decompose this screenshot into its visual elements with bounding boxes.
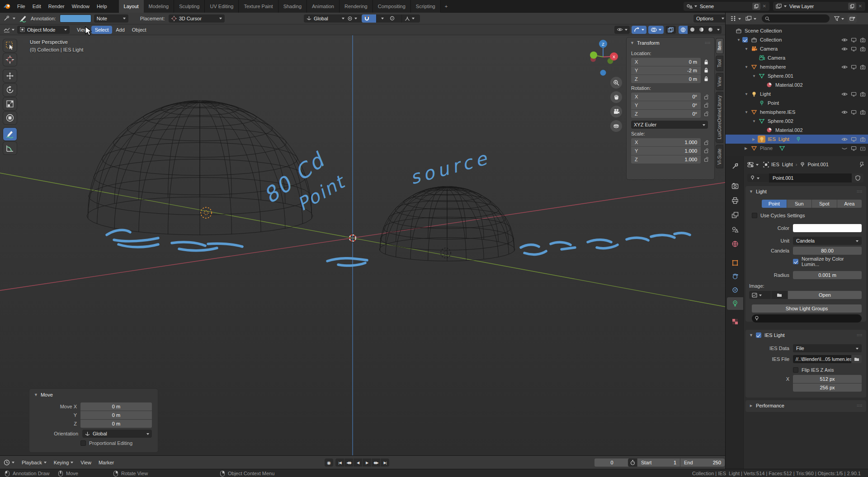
eye-icon[interactable] [841, 137, 848, 142]
outliner-row-sphere-001[interactable]: ▼Sphere.001 [726, 71, 868, 80]
timeline-menu-keying[interactable]: Keying [50, 460, 77, 465]
shading-wireframe-button[interactable] [679, 26, 688, 34]
tool-measure-button[interactable] [3, 142, 17, 154]
outliner-row-material-002[interactable]: Material.002 [726, 126, 868, 135]
properties-tab-physics[interactable] [727, 270, 743, 283]
xray-toggle[interactable] [665, 26, 676, 34]
menu-window[interactable]: Window [68, 4, 93, 9]
camera-render-icon[interactable] [860, 92, 866, 97]
transform-location-z[interactable]: Z0 m [631, 75, 701, 83]
panel-grip[interactable]: ∷∷ [857, 190, 863, 194]
breadcrumb-object[interactable]: IES Light [771, 162, 793, 167]
properties-tab-world[interactable] [727, 238, 743, 250]
orientation-dropdown[interactable]: Global [304, 14, 347, 23]
workspace-tab-scripting[interactable]: Scripting [411, 0, 441, 13]
monitor-icon[interactable] [851, 65, 857, 70]
collapse-triangle-icon[interactable]: ▼ [630, 41, 634, 45]
workspace-tab-texture-paint[interactable]: Texture Paint [239, 0, 278, 13]
tool-transform-button[interactable] [3, 112, 17, 124]
frame-end-field[interactable]: End250 [680, 458, 725, 467]
jump-to-end-button[interactable]: ▶| [381, 458, 389, 467]
properties-tab-view-layer[interactable] [727, 209, 743, 221]
monitor-icon[interactable] [851, 47, 857, 51]
open-image-button[interactable]: Open [788, 291, 862, 299]
camera-render-icon[interactable] [860, 110, 866, 115]
image-browser-button[interactable] [749, 291, 771, 299]
timeline-menu-view[interactable]: View [77, 460, 95, 465]
outliner-row-ies-light[interactable]: ▶IES Light [726, 135, 868, 144]
properties-tab-data[interactable] [727, 297, 743, 310]
disclosure-down-icon[interactable]: ▼ [745, 65, 750, 69]
eye-icon[interactable] [841, 110, 848, 115]
monitor-icon[interactable] [851, 110, 857, 115]
properties-tab-output[interactable] [727, 194, 743, 207]
menu-edit[interactable]: Edit [29, 4, 45, 9]
transform-scale-x[interactable]: X1.000 [631, 138, 701, 146]
play-reverse-button[interactable]: ◀ [354, 458, 362, 467]
sidebar-tab-vi-suite[interactable]: VI-Suite [716, 145, 723, 168]
proportional-falloff-dropdown[interactable] [401, 14, 420, 23]
eye-icon[interactable] [841, 47, 848, 51]
placement-dropdown[interactable]: 3D Cursor [169, 14, 225, 23]
tool-rotate-button[interactable] [3, 84, 17, 96]
timeline-menu-marker[interactable]: Marker [95, 460, 118, 465]
disclosure-right-icon[interactable]: ▶ [752, 137, 758, 141]
workspace-tab-shading[interactable]: Shading [278, 0, 307, 13]
light-type-point-button[interactable]: Point [762, 200, 787, 208]
add-workspace-button[interactable]: + [441, 4, 452, 9]
breadcrumb-data[interactable]: Point.001 [807, 162, 828, 167]
outliner-row-plane[interactable]: ▶Plane [726, 144, 868, 153]
pivot-point-dropdown[interactable] [344, 14, 363, 23]
collection-checkbox[interactable] [742, 37, 748, 42]
tool-move-button[interactable] [3, 70, 17, 82]
gizmos-toggle[interactable] [632, 26, 646, 34]
outliner-search-input[interactable] [770, 15, 821, 22]
eye-icon[interactable] [841, 92, 848, 97]
eye-icon[interactable] [841, 65, 848, 70]
tool-select-box-button[interactable] [3, 39, 17, 52]
copy-view-layer-button[interactable] [848, 3, 856, 10]
outliner-search[interactable] [762, 14, 830, 23]
viewport-menu-object[interactable]: Object [128, 26, 150, 34]
remove-view-layer-button[interactable]: ✕ [856, 4, 864, 9]
expand-triangle-icon[interactable]: ► [749, 403, 753, 408]
move-move-x-field[interactable]: 0 m [80, 402, 152, 411]
menu-help[interactable]: Help [93, 4, 111, 9]
properties-tab-object[interactable] [727, 257, 743, 269]
sidebar-tab-luxcoreonlinelibrary[interactable]: LuxCoreOnlineLibrary [716, 92, 723, 143]
outliner-row-hemisphere-ies[interactable]: ▼hemisphere.IES [726, 108, 868, 117]
play-button[interactable]: ▶ [363, 458, 371, 467]
disclosure-down-icon[interactable]: ▼ [745, 47, 750, 51]
flip-ies-checkbox[interactable] [793, 367, 798, 373]
timeline-editor-chooser[interactable] [4, 459, 14, 466]
transform-rotation-x[interactable]: X0° [631, 93, 701, 101]
collapse-triangle-icon[interactable]: ▼ [749, 333, 753, 337]
view-layer-name[interactable]: View Layer [789, 4, 847, 9]
scene-name[interactable]: Scene [700, 4, 751, 9]
id-name-field[interactable]: Point.001 [769, 173, 852, 182]
copy-scene-button[interactable] [752, 3, 760, 10]
viewport-menu-select[interactable]: Select [91, 26, 113, 34]
proportional-editing-checkbox[interactable] [80, 440, 86, 446]
workspace-tab-animation[interactable]: Animation [307, 0, 340, 13]
outliner-row-hemisphere[interactable]: ▼hemisphere [726, 62, 868, 71]
unlink-scene-button[interactable]: ✕ [760, 4, 769, 9]
annotation-color-swatch[interactable] [60, 14, 91, 23]
ies-file-browse-button[interactable] [852, 355, 862, 363]
disclosure-down-icon[interactable]: ▼ [737, 38, 742, 42]
unlock-icon[interactable] [703, 102, 710, 108]
collapse-triangle-icon[interactable]: ▼ [34, 393, 38, 397]
wireframe-hemisphere[interactable] [87, 101, 313, 235]
overlays-toggle[interactable] [648, 26, 664, 34]
note-dropdown[interactable]: Note [94, 14, 128, 23]
transform-rotation-z[interactable]: Z0° [631, 110, 701, 118]
disclosure-right-icon[interactable]: ▶ [745, 146, 750, 150]
shading-dropdown[interactable] [715, 26, 722, 34]
disclosure-down-icon[interactable]: ▼ [745, 110, 750, 114]
eye-closed-icon[interactable] [841, 146, 848, 151]
panel-grip[interactable]: ∷∷ [857, 333, 863, 337]
use-preview-range-button[interactable] [628, 458, 637, 467]
fake-user-button[interactable] [852, 173, 863, 182]
panel-grip[interactable]: ∷∷ [857, 404, 863, 408]
shading-material-button[interactable] [697, 26, 706, 34]
